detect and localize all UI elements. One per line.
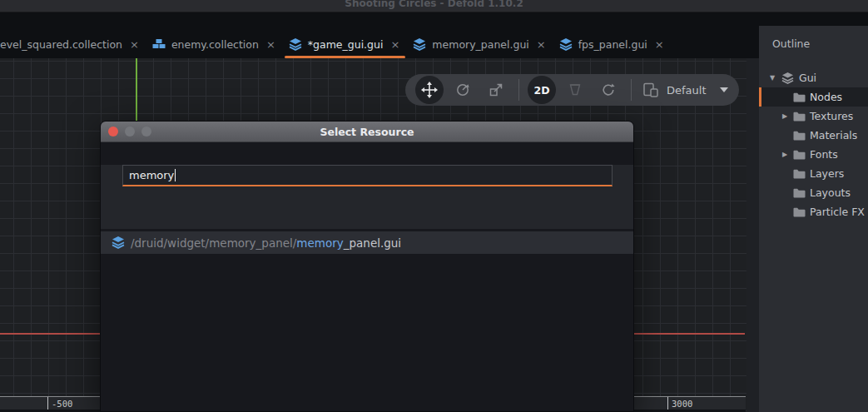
result-path-match: memory xyxy=(296,236,343,250)
frustum-icon xyxy=(568,83,583,97)
tree-item-label: Nodes xyxy=(810,91,842,103)
close-icon[interactable]: × xyxy=(389,39,401,50)
outline-panel-title: Outline xyxy=(772,37,810,50)
2d-mode-label: 2D xyxy=(533,84,549,97)
tab-memory-panel-gui[interactable]: memory_panel.gui × xyxy=(407,30,553,58)
text-cursor xyxy=(175,169,176,181)
ruler-tick xyxy=(47,397,48,410)
move-tool-button[interactable] xyxy=(415,76,444,104)
window-controls xyxy=(108,127,151,137)
folder-icon xyxy=(793,169,806,179)
window-titlebar: Shooting Circles - Defold 1.10.2 xyxy=(0,0,868,12)
scale-tool-button[interactable] xyxy=(482,76,510,104)
move-icon xyxy=(421,82,438,98)
tab-fps-panel-gui[interactable]: fps_panel.gui × xyxy=(553,30,672,58)
gui-icon xyxy=(413,38,426,51)
minimize-window-button[interactable] xyxy=(125,127,135,137)
rotate-tool-button[interactable] xyxy=(449,76,477,104)
expander-right-icon[interactable]: ▶ xyxy=(782,151,793,158)
window-title: Shooting Circles - Defold 1.10.2 xyxy=(0,0,868,12)
close-icon[interactable]: × xyxy=(265,39,277,50)
layout-selected-value: Default xyxy=(667,84,707,97)
gui-icon xyxy=(289,38,302,51)
result-row[interactable]: /druid/widget/memory_panel/memory_panel.… xyxy=(101,231,633,254)
rotate-icon xyxy=(455,82,470,97)
tree-item-layouts[interactable]: Layouts xyxy=(759,183,868,202)
refresh-icon xyxy=(601,82,616,97)
ruler-mark: 3000 xyxy=(667,397,692,410)
tab-bar: evel_squared.collection × enemy.collecti… xyxy=(0,12,868,58)
close-icon[interactable]: × xyxy=(535,39,548,50)
close-icon[interactable]: × xyxy=(653,39,666,50)
gui-icon xyxy=(781,72,795,84)
outline-tree: ▼ Gui Nodes ▶ Textures Materials xyxy=(759,68,868,221)
tab-label: memory_panel.gui xyxy=(432,38,528,51)
tab-label: enemy.collection xyxy=(171,38,259,51)
select-resource-dialog: Select Resource memory /druid/widget/mem… xyxy=(100,121,634,412)
folder-icon xyxy=(793,112,806,122)
tree-item-gui[interactable]: ▼ Gui xyxy=(759,68,868,87)
tree-item-materials[interactable]: Materials xyxy=(759,126,868,145)
tree-item-nodes[interactable]: Nodes xyxy=(759,87,868,107)
reload-button[interactable] xyxy=(594,76,622,104)
tree-item-label: Gui xyxy=(799,72,816,84)
toolbar-separator xyxy=(631,79,632,101)
tree-item-label: Fonts xyxy=(810,148,838,161)
dialog-search-section: memory xyxy=(101,165,633,229)
tree-item-label: Layouts xyxy=(810,186,851,199)
tab-label: evel_squared.collection xyxy=(0,38,122,51)
gui-icon xyxy=(112,236,125,249)
outline-panel: Outline ▼ Gui Nodes ▶ Textures xyxy=(759,26,868,412)
2d-mode-button[interactable]: 2D xyxy=(528,76,556,104)
tree-item-label: Textures xyxy=(810,110,853,122)
tree-item-textures[interactable]: ▶ Textures xyxy=(759,107,868,126)
result-path-suffix: _panel.gui xyxy=(344,236,401,250)
scale-icon xyxy=(489,82,503,97)
expander-right-icon[interactable]: ▶ xyxy=(782,113,793,120)
folder-icon xyxy=(793,150,806,160)
gui-icon xyxy=(559,38,573,51)
canvas-toolbar: 2D Default xyxy=(405,74,739,106)
tab-label: fps_panel.gui xyxy=(578,38,647,51)
search-input[interactable]: memory xyxy=(122,165,613,186)
tab-enemy-collection[interactable]: enemy.collection × xyxy=(146,30,283,58)
toolbar-separator xyxy=(518,79,519,101)
tree-item-layers[interactable]: Layers xyxy=(759,164,868,183)
tab-level-squared-collection[interactable]: evel_squared.collection × xyxy=(0,30,146,58)
folder-icon xyxy=(793,92,806,102)
frustum-culling-button[interactable] xyxy=(561,76,589,104)
tree-item-fonts[interactable]: ▶ Fonts xyxy=(759,145,868,164)
device-layout-icon xyxy=(642,82,660,97)
ruler-tick xyxy=(667,397,668,410)
tab-label: *game_gui.gui xyxy=(308,38,384,51)
tab-game-gui[interactable]: *game_gui.gui × xyxy=(283,30,408,58)
ruler-label: 3000 xyxy=(672,399,692,409)
close-window-button[interactable] xyxy=(108,127,118,137)
expander-down-icon[interactable]: ▼ xyxy=(770,75,781,82)
layout-selector[interactable]: Default xyxy=(642,82,728,97)
zoom-window-button[interactable] xyxy=(141,127,151,137)
results-list: /druid/widget/memory_panel/memory_panel.… xyxy=(101,231,633,412)
ruler-mark: -500 xyxy=(47,397,72,410)
tree-item-label: Materials xyxy=(810,129,857,141)
search-input-value: memory xyxy=(129,169,174,181)
dialog-titlebar: Select Resource xyxy=(101,122,633,142)
ruler-label: -500 xyxy=(52,399,72,409)
folder-icon xyxy=(793,207,806,217)
folder-icon xyxy=(793,188,806,198)
result-path-prefix: /druid/widget/memory_panel/ xyxy=(131,236,296,250)
tree-item-particle-fx[interactable]: Particle FX xyxy=(759,202,868,221)
collection-icon xyxy=(152,39,166,49)
tree-item-label: Particle FX xyxy=(810,206,865,218)
chevron-down-icon xyxy=(720,87,728,92)
folder-icon xyxy=(793,131,806,141)
close-icon[interactable]: × xyxy=(128,39,141,50)
dialog-title: Select Resource xyxy=(320,126,414,138)
tree-item-label: Layers xyxy=(810,167,844,180)
